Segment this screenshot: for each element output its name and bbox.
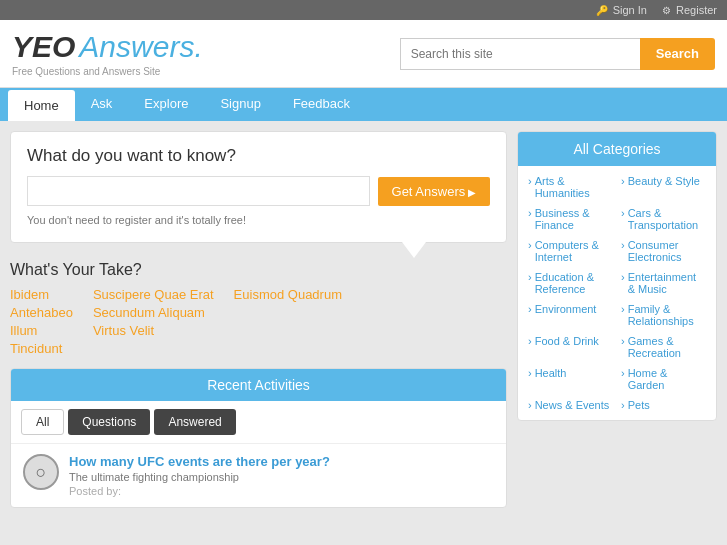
header: YEO Answers. Free Questions and Answers …: [0, 20, 727, 88]
cat-link[interactable]: Health: [535, 367, 567, 379]
tagline: Free Questions and Answers Site: [12, 66, 203, 77]
cat-link[interactable]: Family & Relationships: [628, 303, 706, 327]
cat-item: Arts & Humanities: [526, 172, 615, 202]
speech-bubble: [402, 242, 426, 258]
take-link[interactable]: Suscipere Quae Erat: [93, 287, 214, 302]
tab-all[interactable]: All: [21, 409, 64, 435]
register-icon: ⚙: [662, 5, 671, 16]
recent-tabs: All Questions Answered: [11, 401, 506, 444]
activity-item: ○ How many UFC events are there per year…: [11, 444, 506, 507]
cat-link[interactable]: News & Events: [535, 399, 610, 411]
cat-item: Environment: [526, 300, 615, 330]
activity-title[interactable]: How many UFC events are there per year?: [69, 454, 330, 469]
activity-meta: Posted by:: [69, 485, 494, 497]
cat-link[interactable]: Entertainment & Music: [628, 271, 706, 295]
left-col: What do you want to know? Get Answers Yo…: [10, 131, 507, 508]
nav: Home Ask Explore Signup Feedback: [0, 88, 727, 121]
nav-feedback[interactable]: Feedback: [277, 88, 366, 121]
take-col-3: Euismod Quadrum: [234, 287, 342, 356]
categories-box: All Categories Arts & Humanities Beauty …: [517, 131, 717, 421]
cat-link[interactable]: Cars & Transportation: [628, 207, 706, 231]
cat-link[interactable]: Consumer Electronics: [628, 239, 706, 263]
main-wrap: What do you want to know? Get Answers Yo…: [0, 121, 727, 518]
ask-note: You don't need to register and it's tota…: [27, 214, 490, 226]
cat-link[interactable]: Home & Garden: [628, 367, 706, 391]
nav-signup[interactable]: Signup: [204, 88, 276, 121]
take-link[interactable]: Ibidem: [10, 287, 73, 302]
recent-box: Recent Activities All Questions Answered…: [10, 368, 507, 508]
avatar: ○: [23, 454, 59, 490]
cat-link[interactable]: Pets: [628, 399, 650, 411]
search-input[interactable]: [400, 38, 640, 70]
take-heading: What's Your Take?: [10, 261, 507, 279]
cat-item: Family & Relationships: [619, 300, 708, 330]
top-bar: 🔑 Sign In ⚙ Register: [0, 0, 727, 20]
take-section: What's Your Take? Ibidem Antehabeo Illum…: [10, 261, 507, 356]
get-answers-button[interactable]: Get Answers: [378, 177, 490, 206]
register-link[interactable]: ⚙ Register: [662, 4, 717, 16]
right-col: All Categories Arts & Humanities Beauty …: [517, 131, 717, 508]
logo-yeo: YEO: [12, 30, 75, 64]
search-button[interactable]: Search: [640, 38, 715, 70]
cat-item: Beauty & Style: [619, 172, 708, 202]
nav-explore[interactable]: Explore: [128, 88, 204, 121]
categories-grid: Arts & Humanities Beauty & Style Busines…: [518, 166, 716, 420]
logo-answers: Answers.: [79, 30, 202, 64]
ask-input-row: Get Answers: [27, 176, 490, 206]
ask-input[interactable]: [27, 176, 370, 206]
activity-desc: The ultimate fighting championship: [69, 471, 494, 483]
cat-link[interactable]: Education & Reference: [535, 271, 613, 295]
cat-link[interactable]: Food & Drink: [535, 335, 599, 347]
cat-item: Entertainment & Music: [619, 268, 708, 298]
take-col-2: Suscipere Quae Erat Secundum Aliquam Vir…: [93, 287, 214, 356]
cat-item: Pets: [619, 396, 708, 414]
take-link[interactable]: Antehabeo: [10, 305, 73, 320]
cat-item: Education & Reference: [526, 268, 615, 298]
categories-header: All Categories: [518, 132, 716, 166]
cat-item: News & Events: [526, 396, 615, 414]
ask-heading: What do you want to know?: [27, 146, 490, 166]
cat-link[interactable]: Business & Finance: [535, 207, 613, 231]
ask-box: What do you want to know? Get Answers Yo…: [10, 131, 507, 243]
cat-item: Business & Finance: [526, 204, 615, 234]
tab-answered[interactable]: Answered: [154, 409, 235, 435]
cat-item: Computers & Internet: [526, 236, 615, 266]
cat-item: Home & Garden: [619, 364, 708, 394]
take-links: Ibidem Antehabeo Illum Tincidunt Suscipe…: [10, 287, 507, 356]
cat-link[interactable]: Computers & Internet: [535, 239, 613, 263]
search-bar: Search: [400, 38, 715, 70]
take-col-1: Ibidem Antehabeo Illum Tincidunt: [10, 287, 73, 356]
cat-link[interactable]: Beauty & Style: [628, 175, 700, 187]
take-link[interactable]: Tincidunt: [10, 341, 73, 356]
logo-wrap: YEO Answers. Free Questions and Answers …: [12, 30, 203, 77]
cat-item: Health: [526, 364, 615, 394]
tab-questions[interactable]: Questions: [68, 409, 150, 435]
signin-link[interactable]: 🔑 Sign In: [596, 4, 650, 16]
signin-icon: 🔑: [596, 5, 608, 16]
recent-header: Recent Activities: [11, 369, 506, 401]
take-link[interactable]: Euismod Quadrum: [234, 287, 342, 302]
cat-item: Consumer Electronics: [619, 236, 708, 266]
take-link[interactable]: Illum: [10, 323, 73, 338]
nav-home[interactable]: Home: [8, 90, 75, 121]
cat-link[interactable]: Environment: [535, 303, 597, 315]
cat-link[interactable]: Games & Recreation: [628, 335, 706, 359]
activity-content: How many UFC events are there per year? …: [69, 454, 494, 497]
cat-item: Games & Recreation: [619, 332, 708, 362]
cat-link[interactable]: Arts & Humanities: [535, 175, 613, 199]
cat-item: Food & Drink: [526, 332, 615, 362]
cat-item: Cars & Transportation: [619, 204, 708, 234]
take-link[interactable]: Secundum Aliquam: [93, 305, 214, 320]
take-link[interactable]: Virtus Velit: [93, 323, 214, 338]
logo: YEO Answers.: [12, 30, 203, 64]
nav-ask[interactable]: Ask: [75, 88, 129, 121]
